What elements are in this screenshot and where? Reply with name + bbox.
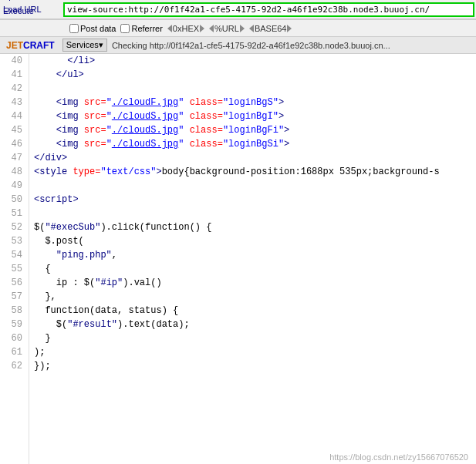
code-line-61: ); xyxy=(34,345,476,359)
craft-text: CRAFT xyxy=(23,40,55,51)
code-line-42 xyxy=(34,82,476,96)
url-bar-area xyxy=(62,0,476,18)
checking-status-text: Checking http://0f1f42a1-cfe5-4175-92d2-… xyxy=(112,41,473,50)
code-line-49 xyxy=(34,179,476,193)
code-line-47: </div> xyxy=(34,151,476,165)
base64-btn[interactable]: BASE64 xyxy=(249,24,292,33)
code-line-52: $("#execSub").click(function() { xyxy=(34,220,476,234)
jet-text: JET xyxy=(6,40,23,51)
code-line-57: }, xyxy=(34,290,476,304)
url-arrow-left-icon xyxy=(209,25,214,32)
post-data-checkbox[interactable] xyxy=(69,24,79,33)
code-line-62: }); xyxy=(34,359,476,373)
code-line-53: $.post( xyxy=(34,234,476,248)
code-line-55: { xyxy=(34,262,476,276)
watermark-text: https://blog.csdn.net/zy15667076520 xyxy=(329,452,468,462)
base64-arrow-left-icon xyxy=(249,25,254,32)
code-line-46: <img src="./cloudS.jpg" class="loginBgSi… xyxy=(34,137,476,151)
referrer-checkbox-item[interactable]: Referrer xyxy=(120,24,162,33)
code-content: 40 41 42 43 44 45 46 47 48 49 50 51 52 5… xyxy=(0,54,476,464)
base64-arrow-right-icon xyxy=(287,25,292,32)
code-line-45: <img src="./cloudS.jpg" class="loginBgFi… xyxy=(34,123,476,137)
code-line-51 xyxy=(34,207,476,220)
code-line-41: </ul> xyxy=(34,68,476,82)
code-line-43: <img src="./cloudF.jpg" class="loginBgS"… xyxy=(34,96,476,109)
code-line-59: $("#result").text(data); xyxy=(34,318,476,331)
code-line-60: } xyxy=(34,331,476,345)
hex-btn[interactable]: 0xHEX xyxy=(167,24,204,33)
post-data-checkbox-item[interactable]: Post data xyxy=(69,24,116,33)
url-input[interactable] xyxy=(63,2,474,17)
services-button[interactable]: Services▾ xyxy=(62,39,107,52)
code-line-40: </li> xyxy=(34,54,476,68)
code-line-48: <style type="text/css">body{background-p… xyxy=(34,165,476,179)
url-encode-label: %URL xyxy=(214,24,239,33)
split-url-button[interactable]: Split URL xyxy=(0,0,62,2)
hex-label: 0xHEX xyxy=(173,24,199,33)
referrer-label: Referrer xyxy=(131,24,162,33)
hex-arrow-right-icon xyxy=(200,25,204,32)
referrer-checkbox[interactable] xyxy=(120,24,130,33)
hex-arrow-left-icon xyxy=(167,25,172,32)
line-numbers: 40 41 42 43 44 45 46 47 48 49 50 51 52 5… xyxy=(0,54,29,464)
top-toolbar: Load URL xyxy=(0,0,476,19)
second-toolbar: Post data Referrer 0xHEX %URL BASE64 xyxy=(0,20,476,37)
execute-button[interactable]: Execute xyxy=(0,5,62,16)
code-line-58: function(data, status) { xyxy=(34,304,476,318)
code-line-54: "ping.php", xyxy=(34,248,476,262)
code-line-50: <script> xyxy=(34,193,476,207)
url-encode-btn[interactable]: %URL xyxy=(209,24,245,33)
jetcraft-bar: JETCRAFT Services▾ Checking http://0f1f4… xyxy=(0,37,476,54)
code-line-56: ip : $("#ip").val() xyxy=(34,276,476,290)
code-area: 40 41 42 43 44 45 46 47 48 49 50 51 52 5… xyxy=(0,54,476,464)
jetcraft-logo[interactable]: JETCRAFT xyxy=(3,39,58,52)
post-data-label: Post data xyxy=(80,24,116,33)
base64-label: BASE64 xyxy=(255,24,287,33)
code-line-44: <img src="./cloudS.jpg" class="loginBgI"… xyxy=(34,109,476,123)
code-lines: </li> </ul> <img src="./cloudF.jpg" clas… xyxy=(29,54,476,464)
url-arrow-right-icon xyxy=(240,25,245,32)
